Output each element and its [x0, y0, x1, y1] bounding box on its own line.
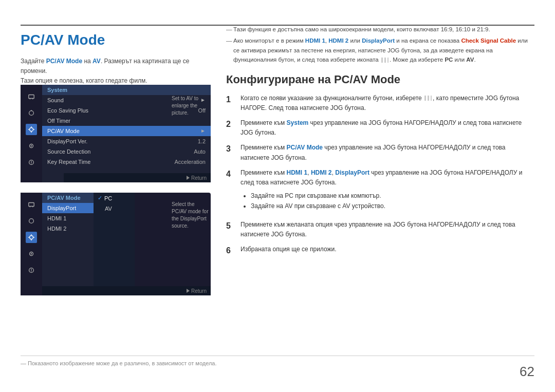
- note2-pc: PC: [445, 57, 453, 63]
- step-2-text: Преминете към System чрез управление на …: [240, 118, 534, 138]
- sidebar-icon-5: [26, 157, 37, 168]
- bottom-line: [21, 356, 534, 356]
- step4-dp: DisplayPort: [335, 169, 369, 176]
- page-title: PC/AV Mode: [21, 32, 105, 48]
- svg-point-14: [31, 163, 31, 164]
- right-column: Тази функция е достъпна само на широкоек…: [226, 25, 534, 263]
- svg-rect-15: [29, 203, 34, 207]
- step2-system: System: [287, 119, 309, 126]
- monitor1-tooltip-text: Set to AV to enlarge the picture.: [172, 96, 198, 116]
- step-6-number: 6: [226, 244, 235, 257]
- svg-point-11: [31, 145, 32, 147]
- monitor1-menu: System Sound ► Eco Saving Plus Off Off T…: [42, 85, 211, 182]
- submenu-displayport: DisplayPort: [42, 203, 94, 213]
- icon-grid-step1: [424, 96, 432, 101]
- menu-item-keyrepeat: Key Repeat Time Acceleration: [42, 157, 211, 167]
- step3-pcav: PC/AV Mode: [287, 144, 323, 151]
- menu-item-dpver: DisplayPort Ver. 1.2: [42, 136, 211, 146]
- submenu-displayport-label: DisplayPort: [47, 205, 76, 211]
- step-3-number: 3: [226, 142, 235, 162]
- step-1-number: 1: [226, 93, 235, 113]
- step4-hdmi2: HDMI 2: [311, 169, 332, 176]
- option-pc: ✓ PC: [94, 193, 135, 203]
- submenu-hdmi2-label: HDMI 2: [47, 226, 66, 232]
- step-5-number: 5: [226, 219, 235, 239]
- menu-item-dpver-label: DisplayPort Ver.: [47, 138, 87, 144]
- step-3: 3 Преминете към PC/AV Mode чрез управлен…: [226, 143, 534, 162]
- step-4-text: Преминете към HDMI 1, HDMI 2, DisplayPor…: [240, 168, 534, 215]
- step-5-text: Преминете към желаната опция чрез управл…: [240, 220, 534, 239]
- menu-item-keyrepeat-value: Acceleration: [174, 159, 206, 165]
- return-triangle-icon: [187, 176, 190, 180]
- monitor2-tooltip: Select the PC/AV mode for the DisplayPor…: [172, 201, 209, 230]
- sidebar-icon-2: [26, 107, 37, 119]
- svg-rect-0: [29, 95, 34, 99]
- intro-text: Задайте PC/AV Mode на AV. Размерът на ка…: [21, 57, 195, 86]
- step-3-text: Преминете към PC/AV Mode чрез управление…: [240, 143, 534, 162]
- submenu-hdmi2: HDMI 2: [42, 223, 94, 234]
- svg-point-5: [30, 128, 33, 132]
- note2-hdmi2: HDMI 2: [328, 38, 348, 44]
- menu-item-offtimer: Off Timer: [42, 116, 211, 126]
- monitor2-sidebar: [21, 193, 42, 295]
- step-6: 6 Избраната опция ще се приложи.: [226, 245, 534, 257]
- note2-dp: DisplayPort: [362, 38, 395, 44]
- monitor2-return-text: Return: [191, 288, 207, 294]
- menu-item-sound-label: Sound: [47, 97, 64, 103]
- monitor2-submenu: PC/AV Mode DisplayPort HDMI 1 HDMI 2: [42, 193, 94, 286]
- monitor2-menu-header: PC/AV Mode: [42, 193, 94, 203]
- menu-item-pcav: PC/AV Mode ►: [42, 126, 211, 136]
- monitor1-return-bar: Return: [64, 173, 211, 182]
- menu-item-srcdetect-value: Auto: [194, 148, 206, 155]
- intro-line2: Тази опция е полезна, когато гледате фил…: [21, 77, 147, 84]
- svg-point-25: [31, 253, 32, 255]
- note2-av: AV: [466, 57, 474, 63]
- menu-item-pcav-arrow: ►: [200, 128, 206, 134]
- sidebar-icon-1: [26, 91, 37, 102]
- menu-item-dpver-value: 1.2: [198, 138, 206, 144]
- checkmark-icon: ✓: [98, 195, 102, 201]
- monitor1-tooltip: Set to AV to enlarge the picture.: [172, 95, 208, 117]
- intro-line1: Задайте PC/AV Mode на AV. Размерът на ка…: [21, 58, 189, 74]
- menu-item-srcdetect-label: Source Detection: [47, 148, 90, 155]
- monitor2-options: ✓ PC AV: [94, 193, 135, 286]
- sidebar-icon-3-active: [26, 124, 37, 135]
- sidebar-icon2-2: [26, 215, 37, 227]
- monitor-ui-1: System Sound ► Eco Saving Plus Off Off T…: [21, 85, 211, 182]
- note-2-text: Ако мониторът е в режим HDMI 1, HDMI 2 и…: [233, 38, 528, 63]
- highlight-av: AV: [92, 58, 101, 65]
- monitor-ui-2: PC/AV Mode DisplayPort HDMI 1 HDMI 2 ✓ P…: [21, 193, 211, 295]
- submenu-hdmi1: HDMI 1: [42, 213, 94, 223]
- menu-item-eco-label: Eco Saving Plus: [47, 107, 88, 114]
- monitor1-menu-header: System: [42, 85, 211, 95]
- step-2: 2 Преминете към System чрез управление н…: [226, 118, 534, 138]
- step-1: 1 Когато се появи указание за функционал…: [226, 94, 534, 113]
- note-1: Тази функция е достъпна само на широкоек…: [226, 25, 534, 34]
- section-title: Конфигуриране на PC/AV Mode: [226, 73, 534, 86]
- note2-hdmi1: HDMI 1: [305, 38, 325, 44]
- menu-item-srcdetect: Source Detection Auto: [42, 146, 211, 157]
- footnote: — Показаното изображение може да е разли…: [21, 360, 217, 366]
- svg-point-19: [30, 236, 33, 239]
- icon-grid: [381, 58, 388, 63]
- step-4-number: 4: [226, 167, 235, 215]
- menu-item-offtimer-label: Off Timer: [47, 118, 70, 124]
- note-1-text: Тази функция е достъпна само на широкоек…: [233, 26, 490, 32]
- sidebar-icon-4: [26, 140, 37, 152]
- monitor1-sidebar: [21, 85, 42, 182]
- option-pc-label: PC: [104, 195, 112, 201]
- monitor2-tooltip-text: Select the PC/AV mode for the DisplayPor…: [172, 201, 209, 229]
- page-number: 62: [520, 364, 534, 380]
- step-5: 5 Преминете към желаната опция чрез упра…: [226, 220, 534, 239]
- monitor1-return-text: Return: [191, 175, 207, 181]
- note2-check: Check Signal Cable: [461, 38, 516, 44]
- menu-item-keyrepeat-label: Key Repeat Time: [47, 159, 90, 165]
- bullet-1: Задайте на PC при свързване към компютър…: [251, 191, 534, 201]
- note-2: Ако мониторът е в режим HDMI 1, HDMI 2 и…: [226, 36, 534, 64]
- step-2-number: 2: [226, 118, 235, 138]
- step-list: 1 Когато се появи указание за функционал…: [226, 94, 534, 257]
- svg-point-3: [29, 111, 34, 116]
- highlight-pcav: PC/AV Mode: [46, 58, 82, 65]
- step-6-text: Избраната опция ще се приложи.: [240, 245, 534, 257]
- sidebar-icon2-5: [26, 265, 37, 276]
